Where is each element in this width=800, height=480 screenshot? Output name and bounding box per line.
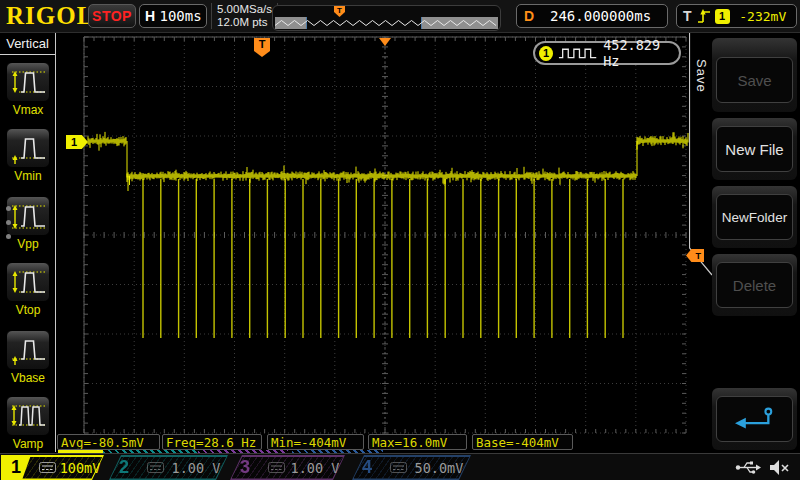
- measurement-min: Min=-404mV: [267, 434, 364, 450]
- run-stop-indicator[interactable]: STOP: [88, 4, 136, 28]
- thumbnail-wave: [275, 17, 498, 29]
- dc-coupling-icon: [147, 462, 164, 473]
- menu-page-dot: [6, 206, 11, 211]
- channel3-number: 3: [230, 455, 260, 480]
- channel3-scale: 1.00 V: [285, 460, 345, 476]
- measure-item-vmax[interactable]: Vmax: [6, 62, 50, 117]
- channel3-indicator[interactable]: 3 1.00 V: [230, 455, 345, 480]
- measure-item-vtop[interactable]: Vtop: [6, 262, 50, 317]
- trigger-readout-box: T 1 -232mV: [676, 4, 797, 28]
- new-folder-button[interactable]: NewFolder: [716, 194, 793, 240]
- vpp-icon: [6, 196, 50, 236]
- measure-item-vamp[interactable]: Vamp: [6, 396, 50, 451]
- waveform-display-area: 1 T T 1 452.829 Hz Avg=-80.5mV Freq=28.6…: [57, 33, 692, 452]
- delay-label: D: [524, 8, 534, 24]
- measure-item-vmin[interactable]: Vmin: [6, 128, 50, 183]
- vamp-label: Vamp: [6, 437, 50, 451]
- vtop-label: Vtop: [6, 303, 50, 317]
- channel4-number: 4: [352, 455, 382, 480]
- vbase-icon: [6, 330, 50, 370]
- sample-rate: 5.00MSa/s: [217, 3, 272, 16]
- measure-item-vpp[interactable]: Vpp: [6, 196, 50, 251]
- softkey-strip: Save: [712, 38, 797, 112]
- measurement-base: Base=-404mV: [472, 434, 573, 450]
- rigol-logo: RIGOL: [6, 2, 94, 30]
- channel-status-bar: 1 100mV 2 1.00 V 3: [0, 453, 800, 480]
- vertical-measure-menu: Vertical Vmax: [0, 33, 56, 452]
- channel4-scale: 50.0mV: [407, 460, 471, 476]
- delay-value: 246.000000ms: [534, 8, 667, 24]
- top-status-bar: RIGOL STOP H 100ms 5.00MSa/s 12.0M pts T…: [0, 0, 800, 33]
- run-state-label: STOP: [92, 8, 132, 24]
- horizontal-center-marker: [379, 38, 391, 46]
- channel4-indicator[interactable]: 4 50.0mV: [352, 455, 471, 480]
- dc-coupling-icon: [268, 462, 285, 473]
- softkey-strip: [712, 388, 797, 450]
- softkey-strip: NewFolder: [712, 186, 797, 248]
- menu-page-dot: [6, 234, 11, 239]
- thumbnail-trigger-marker: T: [334, 6, 345, 17]
- delete-button[interactable]: Delete: [716, 262, 793, 308]
- softkey-strip: Delete: [712, 254, 797, 316]
- menu-tab-title: Save: [694, 59, 709, 93]
- vmax-icon: [6, 62, 50, 102]
- oscilloscope-screen: RIGOL STOP H 100ms 5.00MSa/s 12.0M pts T…: [0, 0, 800, 480]
- trigger-source-channel-badge: 1: [715, 9, 730, 24]
- trigger-label: T: [683, 8, 692, 24]
- vbase-label: Vbase: [6, 371, 50, 385]
- memory-depth: 12.0M pts: [217, 16, 272, 29]
- return-button[interactable]: [716, 396, 793, 442]
- vtop-icon: [6, 262, 50, 302]
- usb-icon: [735, 460, 761, 475]
- freq-counter-value: 452.829 Hz: [603, 37, 679, 69]
- measurement-max: Max=16.0mV: [368, 434, 467, 450]
- measure-item-vbase[interactable]: Vbase: [6, 330, 50, 385]
- timebase-value: 100ms: [155, 8, 206, 24]
- vamp-icon: [6, 396, 50, 436]
- softkey-strip: New File: [712, 118, 797, 180]
- measure-menu-title: Vertical: [0, 33, 55, 55]
- new-file-button[interactable]: New File: [716, 126, 793, 172]
- measurement-freq: Freq=28.6 Hz: [162, 434, 262, 450]
- frequency-counter-box: 1 452.829 Hz: [533, 41, 681, 65]
- channel1-waveform-trace: [57, 33, 692, 452]
- return-arrow-icon: [729, 404, 781, 434]
- menu-page-dot: [6, 220, 11, 225]
- save-softkey-menu: Save Save New File NewFolder Delete: [689, 33, 800, 452]
- vpp-label: Vpp: [6, 237, 50, 251]
- horizontal-timebase-box: H 100ms: [139, 4, 207, 28]
- vmax-label: Vmax: [6, 103, 50, 117]
- rising-edge-trigger-icon: [697, 8, 711, 25]
- channel2-indicator[interactable]: 2 1.00 V: [109, 455, 228, 480]
- trigger-level-value: -232mV: [730, 9, 796, 24]
- channel1-number: 1: [1, 455, 31, 480]
- measurement-avg: Avg=-80.5mV: [57, 434, 160, 450]
- vmin-icon: [6, 128, 50, 168]
- speaker-muted-icon: [769, 458, 790, 477]
- freq-counter-channel-badge: 1: [539, 46, 553, 61]
- channel2-scale: 1.00 V: [164, 460, 228, 476]
- channel1-indicator[interactable]: 1 100mV: [1, 455, 104, 480]
- save-button[interactable]: Save: [716, 57, 793, 103]
- vmin-label: Vmin: [6, 169, 50, 183]
- waveform-overview-thumbnail: T: [272, 5, 501, 31]
- delay-readout-box: D 246.000000ms: [516, 4, 668, 28]
- square-wave-icon: [558, 46, 597, 60]
- dc-coupling-icon: [39, 462, 56, 473]
- channel1-scale: 100mV: [56, 460, 104, 476]
- timebase-label: H: [145, 8, 155, 24]
- acquisition-info: 5.00MSa/s 12.0M pts: [211, 3, 278, 29]
- dc-coupling-icon: [390, 462, 407, 473]
- channel2-number: 2: [109, 455, 139, 480]
